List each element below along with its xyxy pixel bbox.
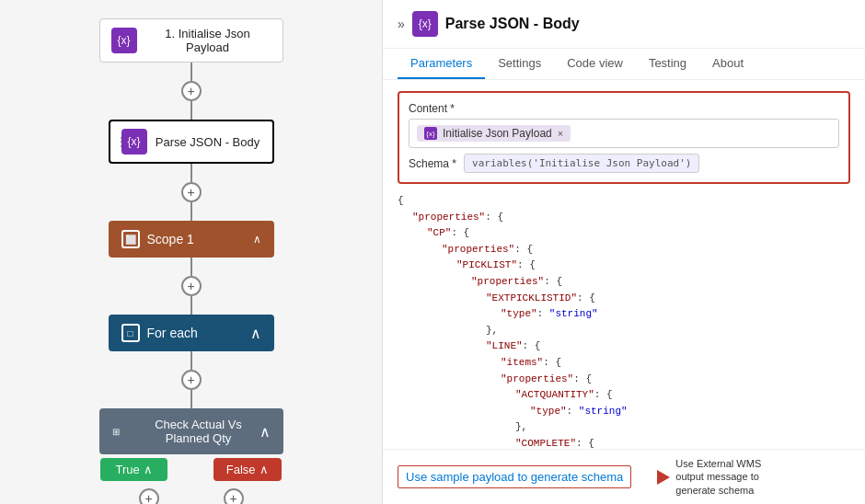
add-true-step-btn[interactable]: + — [139, 488, 159, 504]
true-branch-btn[interactable]: True ∧ — [100, 458, 167, 481]
json-line: "EXTPICKLISTID": { — [398, 291, 850, 307]
right-panel: » {x} Parse JSON - Body Parameters Setti… — [383, 0, 865, 504]
add-step-btn-3[interactable]: + — [181, 276, 202, 296]
json-line: }, — [398, 419, 850, 436]
tab-settings[interactable]: Settings — [485, 49, 554, 79]
schema-row: Schema * variables('Initialise Json Payl… — [409, 154, 839, 173]
add-step-btn-4[interactable]: + — [181, 370, 202, 390]
tab-about[interactable]: About — [699, 49, 756, 79]
tab-testing[interactable]: Testing — [636, 49, 699, 79]
connector — [190, 202, 192, 221]
scope-expand-icon: ∧ — [253, 233, 261, 246]
connector — [190, 296, 192, 315]
json-line: "PICKLIST": { — [398, 258, 850, 274]
content-tag: {x} Initialise Json Payload × — [417, 125, 571, 142]
scope-node[interactable]: ⬜ Scope 1 ∧ — [109, 221, 274, 258]
collapse-btn[interactable]: » — [398, 17, 405, 31]
tabs-row: Parameters Settings Code view Testing Ab… — [383, 49, 865, 80]
json-line: }, — [398, 323, 850, 339]
annotation-text: Use External WMS output message to gener… — [675, 457, 786, 497]
false-branch-btn[interactable]: False ∧ — [213, 458, 282, 481]
check-node[interactable]: ⊞ Check Actual Vs Planned Qty ∧ — [99, 408, 283, 454]
foreach-expand-icon: ∧ — [250, 325, 261, 342]
check-icon: ⊞ — [112, 422, 131, 441]
foreach-icon: □ — [121, 324, 140, 342]
connector — [190, 258, 192, 276]
connector — [190, 164, 192, 182]
json-viewer: { "properties": { "CP": { "properties": … — [398, 193, 850, 449]
initialise-json-node[interactable]: {x} 1. Initialise Json Payload — [99, 18, 283, 63]
right-panel-header: » {x} Parse JSON - Body — [383, 0, 865, 49]
add-false-step-btn[interactable]: + — [224, 488, 244, 504]
bottom-bar: Use sample payload to generate schema Us… — [383, 449, 865, 504]
sample-payload-link[interactable]: Use sample payload to generate schema — [398, 465, 631, 488]
json-line: { — [398, 193, 850, 210]
connector — [190, 351, 192, 370]
content-input[interactable]: {x} Initialise Json Payload × — [409, 119, 839, 148]
header-icon: {x} — [412, 11, 438, 37]
true-expand-icon: ∧ — [144, 463, 153, 476]
json-line: "properties": { — [398, 274, 850, 291]
bottom-plus-row: + + — [139, 488, 244, 504]
json-line: "items": { — [398, 355, 850, 372]
scope-label: Scope 1 — [147, 232, 253, 246]
schema-value: variables('Initialise Json Payload') — [464, 154, 699, 173]
check-label: Check Actual Vs Planned Qty — [138, 418, 260, 445]
content-tag-text: Initialise Json Payload — [443, 127, 552, 140]
json-line: "properties": { — [398, 210, 850, 226]
parse-json-node[interactable]: ⋮ {x} Parse JSON - Body — [109, 120, 274, 164]
node-menu-icon: ⋮ — [116, 135, 127, 148]
json-line: "ACTQUANTITY": { — [398, 387, 850, 404]
json-line: "LINE": { — [398, 338, 850, 355]
content-tag-close-btn[interactable]: × — [558, 128, 563, 139]
foreach-label: For each — [147, 326, 250, 340]
arrow-icon — [657, 470, 670, 485]
json-line: "COMPLETE": { — [398, 436, 850, 449]
node2-label: Parse JSON - Body — [155, 135, 261, 149]
node1-label: 1. Initialise Json Payload — [144, 27, 271, 54]
scope-icon: ⬜ — [121, 230, 140, 248]
highlighted-section: Content * {x} Initialise Json Payload × … — [398, 91, 850, 184]
arrow-annotation: Use External WMS output message to gener… — [657, 457, 786, 497]
schema-field-label: Schema * — [409, 157, 456, 170]
tab-parameters[interactable]: Parameters — [398, 49, 485, 79]
content-field-label: Content * — [409, 102, 839, 115]
foreach-node[interactable]: □ For each ∧ — [109, 315, 274, 351]
branch-row: True ∧ False ∧ — [100, 458, 281, 481]
true-label: True — [115, 463, 139, 476]
json-line: "CP": { — [398, 225, 850, 242]
false-label: False — [226, 463, 256, 476]
json-line: "properties": { — [398, 242, 850, 258]
tab-code-view[interactable]: Code view — [554, 49, 636, 79]
add-step-btn-2[interactable]: + — [181, 182, 202, 202]
tag-icon: {x} — [424, 127, 437, 140]
connector — [190, 63, 192, 81]
check-expand-icon: ∧ — [260, 423, 271, 441]
connector — [190, 101, 192, 120]
flow-canvas: {x} 1. Initialise Json Payload + ⋮ {x} P… — [0, 0, 382, 504]
connector — [190, 390, 192, 408]
json-line: "type": "string" — [398, 404, 850, 420]
false-expand-icon: ∧ — [260, 463, 269, 476]
add-step-btn-1[interactable]: + — [181, 81, 202, 101]
json-line: "type": "string" — [398, 306, 850, 323]
right-content: Content * {x} Initialise Json Payload × … — [383, 80, 865, 449]
json-line: "properties": { — [398, 372, 850, 388]
header-title: Parse JSON - Body — [445, 16, 580, 32]
node-icon: {x} — [111, 28, 137, 53]
